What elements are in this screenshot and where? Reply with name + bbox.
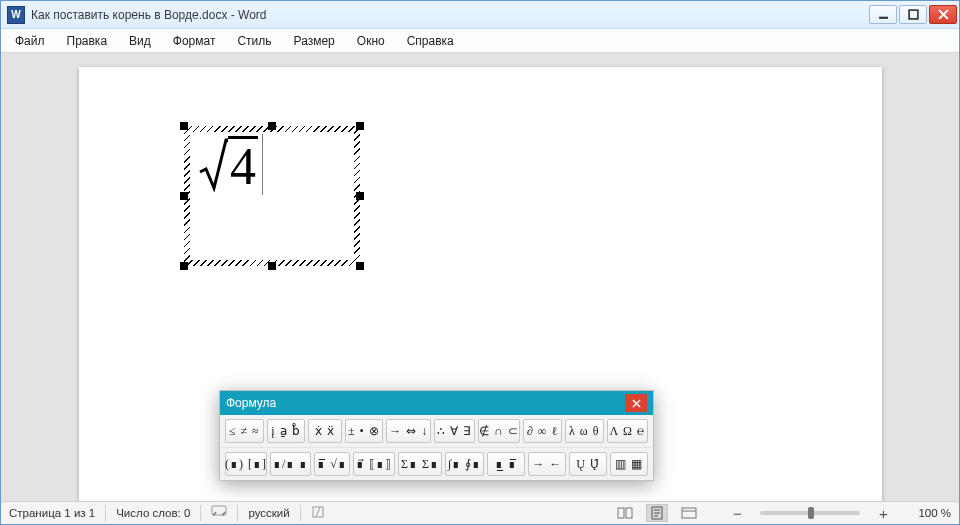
menu-view[interactable]: Вид <box>119 31 161 51</box>
document-area[interactable]: 4 Формула <box>1 53 959 501</box>
app-window: W Как поставить корень в Ворде.docx - Wo… <box>0 0 960 525</box>
formula-btn-arrows[interactable]: → ⇔ ↓ <box>386 419 431 443</box>
formula-btn-fractions[interactable]: ∎/∎ ∎ <box>270 452 311 476</box>
menubar: Файл Правка Вид Формат Стиль Размер Окно… <box>1 29 959 53</box>
radical-icon <box>198 136 228 192</box>
formula-btn-greek-lower[interactable]: λ ω θ <box>565 419 604 443</box>
formula-toolbar-close-button[interactable] <box>625 394 647 412</box>
svg-rect-1 <box>909 10 918 19</box>
menu-format[interactable]: Формат <box>163 31 226 51</box>
separator <box>200 505 201 521</box>
formula-btn-radicals[interactable]: ∎̅ √∎ <box>314 452 350 476</box>
formula-toolbar-row2: (∎) [∎] ∎/∎ ∎ ∎̅ √∎ ∎⃗ ⟦∎⟧ Σ∎ Σ∎ ∫∎ ∮∎ ∎… <box>220 448 653 480</box>
formula-btn-misc[interactable]: ∂ ∞ ℓ <box>523 419 562 443</box>
status-language[interactable]: русский <box>248 507 289 519</box>
resize-handle-ne[interactable] <box>356 122 364 130</box>
formula-btn-greek-upper[interactable]: Λ Ω ℮ <box>607 419 649 443</box>
close-button[interactable] <box>929 5 957 24</box>
formula-btn-fences[interactable]: (∎) [∎] <box>225 452 267 476</box>
formula-toolbar[interactable]: Формула ≤ ≠ ≈ į a̱ b̊ ẋ ẍ ± • ⊗ → ⇔ ↓ ∴ … <box>219 390 654 481</box>
view-read-button[interactable] <box>614 504 636 522</box>
formula-btn-operators[interactable]: ± • ⊗ <box>345 419 384 443</box>
formula-btn-matrices[interactable]: ▥ ▦ <box>610 452 648 476</box>
formula-btn-sums[interactable]: Σ∎ Σ∎ <box>398 452 442 476</box>
svg-rect-5 <box>618 508 624 518</box>
formula-btn-bars[interactable]: ∎̲ ∎̅ <box>487 452 525 476</box>
resize-handle-e[interactable] <box>356 192 364 200</box>
zoom-out-button[interactable]: − <box>730 505 744 522</box>
resize-handle-s[interactable] <box>268 262 276 270</box>
resize-handle-w[interactable] <box>180 192 188 200</box>
menu-help[interactable]: Справка <box>397 31 464 51</box>
menu-file[interactable]: Файл <box>5 31 55 51</box>
resize-handle-sw[interactable] <box>180 262 188 270</box>
titlebar[interactable]: W Как поставить корень в Ворде.docx - Wo… <box>1 1 959 29</box>
formula-toolbar-row1: ≤ ≠ ≈ į a̱ b̊ ẋ ẍ ± • ⊗ → ⇔ ↓ ∴ ∀ ∃ ∉ ∩ … <box>220 415 653 448</box>
separator <box>105 505 106 521</box>
view-web-button[interactable] <box>678 504 700 522</box>
status-word-count-value: 0 <box>184 507 190 519</box>
formula-toolbar-title: Формула <box>226 396 625 410</box>
svg-rect-6 <box>626 508 632 518</box>
svg-rect-0 <box>879 17 888 19</box>
zoom-level[interactable]: 100 % <box>918 507 951 519</box>
separator <box>300 505 301 521</box>
formula-toolbar-header[interactable]: Формула <box>220 391 653 415</box>
formula-btn-primes[interactable]: ẋ ẍ <box>308 419 341 443</box>
formula-btn-products[interactable]: Ų Ų̂ <box>569 452 607 476</box>
menu-style[interactable]: Стиль <box>227 31 281 51</box>
separator <box>237 505 238 521</box>
spellcheck-icon[interactable] <box>211 505 227 522</box>
window-controls <box>869 5 957 24</box>
resize-handle-nw[interactable] <box>180 122 188 130</box>
svg-rect-11 <box>682 508 696 518</box>
statusbar: Страница 1 из 1 Число слов: 0 русский − … <box>1 501 959 524</box>
zoom-slider[interactable] <box>760 511 860 515</box>
formula-btn-logical[interactable]: ∴ ∀ ∃ <box>434 419 475 443</box>
formula-btn-scripts[interactable]: ∎⃗ ⟦∎⟧ <box>353 452 395 476</box>
view-print-button[interactable] <box>646 504 668 522</box>
formula-btn-set[interactable]: ∉ ∩ ⊂ <box>478 419 520 443</box>
sqrt-expression[interactable]: 4 <box>198 134 263 195</box>
resize-handle-n[interactable] <box>268 122 276 130</box>
resize-handle-se[interactable] <box>356 262 364 270</box>
zoom-thumb[interactable] <box>808 507 814 519</box>
minimize-button[interactable] <box>869 5 897 24</box>
status-page-info[interactable]: Страница 1 из 1 <box>9 507 95 519</box>
track-changes-icon[interactable] <box>311 505 327 522</box>
menu-window[interactable]: Окно <box>347 31 395 51</box>
radicand-value[interactable]: 4 <box>228 138 258 195</box>
selection-border: 4 <box>184 126 360 266</box>
formula-btn-integrals[interactable]: ∫∎ ∮∎ <box>445 452 484 476</box>
menu-size[interactable]: Размер <box>284 31 345 51</box>
app-icon: W <box>7 6 25 24</box>
window-title: Как поставить корень в Ворде.docx - Word <box>31 8 869 22</box>
menu-edit[interactable]: Правка <box>57 31 118 51</box>
formula-btn-relational[interactable]: ≤ ≠ ≈ <box>225 419 264 443</box>
maximize-button[interactable] <box>899 5 927 24</box>
status-word-count[interactable]: Число слов: 0 <box>116 507 190 519</box>
formula-btn-labeled[interactable]: → ← <box>528 452 566 476</box>
status-word-count-label: Число слов: <box>116 507 181 519</box>
zoom-in-button[interactable]: + <box>876 505 890 522</box>
formula-object[interactable]: 4 <box>184 126 360 266</box>
formula-btn-embellish[interactable]: į a̱ b̊ <box>267 419 306 443</box>
formula-canvas[interactable]: 4 <box>190 132 354 260</box>
